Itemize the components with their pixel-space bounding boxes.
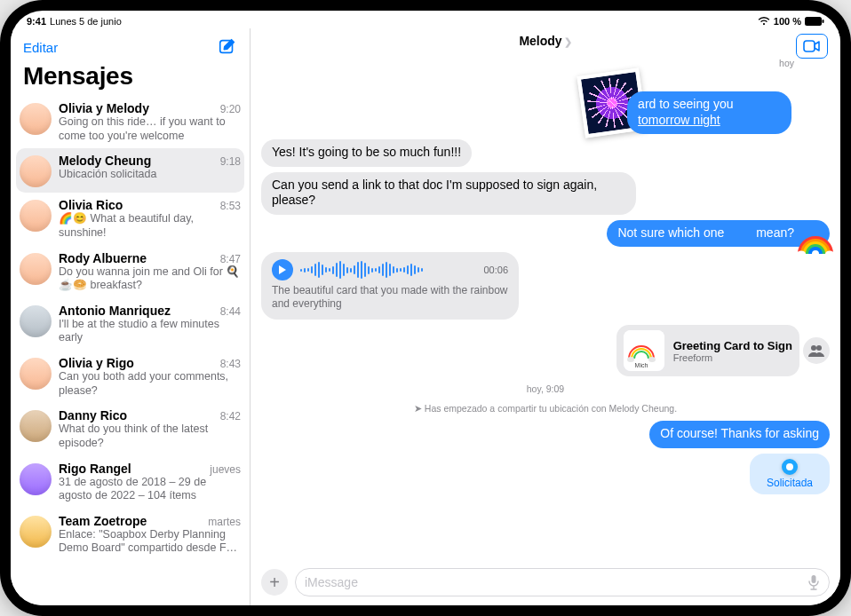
status-time: 9:41 <box>27 16 46 27</box>
chat-title-button[interactable]: Melody❯ <box>519 34 571 48</box>
incoming-message[interactable]: Can you send a link to that doc I'm supp… <box>261 172 636 215</box>
avatar <box>20 253 52 285</box>
conversation-name: Danny Rico <box>59 408 127 423</box>
message-input[interactable]: iMessage <box>295 568 830 596</box>
avatar <box>20 200 52 232</box>
conversation-time: 8:44 <box>217 305 241 318</box>
conversation-view: Melody❯ hoy ard to s <box>251 28 840 605</box>
compose-button[interactable] <box>216 36 239 59</box>
plus-icon: + <box>269 573 280 591</box>
card-thumb-icon: Mich <box>624 330 664 371</box>
svg-point-8 <box>648 357 656 362</box>
conversation-preview: 🌈😊 What a beautiful day, sunshine! <box>59 212 241 240</box>
conversation-preview: 31 de agosto de 2018 – 29 de agosto de 2… <box>59 476 241 503</box>
audio-transcription: The beautiful card that you made with th… <box>272 284 508 311</box>
audio-message[interactable]: 00:06 The beautiful card that you made w… <box>261 252 519 320</box>
location-request-bubble[interactable]: Solicitada <box>750 454 830 494</box>
message-text: mean? <box>752 225 794 240</box>
avatar <box>20 358 52 390</box>
message-link[interactable]: tomorrow night <box>638 113 720 127</box>
message-text: ard to seeing you <box>638 97 733 111</box>
conversation-preview: What do you think of the latest episode? <box>59 423 241 450</box>
location-dot-icon <box>782 459 798 475</box>
conversation-sidebar: Editar Mensajes Olivia y Melody9:20 Goin… <box>11 28 251 605</box>
message-text: Can you send a link to that doc I'm supp… <box>272 178 597 208</box>
apps-button[interactable]: + <box>261 569 288 596</box>
audio-duration: 00:06 <box>483 265 508 275</box>
svg-point-4 <box>797 251 806 257</box>
video-icon <box>803 40 821 52</box>
collaboration-button[interactable] <box>803 337 830 364</box>
compose-icon <box>218 37 237 57</box>
outgoing-message[interactable]: Of course! Thanks for asking <box>649 421 830 448</box>
chat-header: Melody❯ <box>251 28 840 54</box>
chat-title-text: Melody <box>519 34 561 48</box>
conversation-name: Team Zoetrope <box>59 514 147 528</box>
outgoing-message[interactable]: Not sure which one mean? <box>607 220 830 248</box>
svg-point-7 <box>627 357 634 362</box>
conversation-item[interactable]: Olivia y Rigo8:43 Can you both add your … <box>11 351 250 403</box>
system-location-notice: ➤ Has empezado a compartir tu ubicación … <box>414 401 677 415</box>
audio-waveform[interactable] <box>300 260 476 280</box>
avatar <box>20 103 52 135</box>
ipad-frame: 9:41 Lunes 5 de junio 100 % ••• Editar <box>0 0 851 616</box>
people-icon <box>808 344 824 357</box>
conversation-preview: Going on this ride… if you want to come … <box>59 115 241 143</box>
chevron-right-icon: ❯ <box>564 36 572 47</box>
conversation-time: 8:43 <box>217 358 241 370</box>
edit-button[interactable]: Editar <box>23 40 58 55</box>
location-request-label: Solicitada <box>767 477 813 489</box>
message-composer: + iMessage <box>251 563 840 605</box>
conversation-preview: Do you wanna join me and Oli for 🍳☕🥯 bre… <box>59 265 241 293</box>
system-text: Has empezado a compartir tu ubicación co… <box>425 403 677 414</box>
svg-point-10 <box>811 345 816 351</box>
status-bar: 9:41 Lunes 5 de junio 100 % <box>11 11 840 28</box>
conversation-time: 8:53 <box>217 200 241 212</box>
microphone-icon <box>807 574 820 590</box>
sidebar-title: Mensajes <box>11 60 250 96</box>
svg-text:Mich: Mich <box>634 362 648 368</box>
conversation-item[interactable]: Rigo Rangeljueves 31 de agosto de 2018 –… <box>11 456 250 509</box>
conversation-item[interactable]: Olivia Rico8:53 🌈😊 What a beautiful day,… <box>11 193 250 245</box>
system-timestamp: hoy, 9:09 <box>527 382 564 396</box>
message-list[interactable]: hoy ard to seeing you tomorrow night Yes… <box>251 54 840 563</box>
rainbow-sticker[interactable] <box>796 227 835 259</box>
conversation-item-selected[interactable]: Melody Cheung9:18 Ubicación solicitada <box>16 148 244 193</box>
svg-rect-3 <box>804 41 815 51</box>
shared-document[interactable]: Mich Greeting Card to Sign Freeform <box>616 325 799 376</box>
outgoing-message[interactable]: ard to seeing you tomorrow night <box>627 91 791 134</box>
conversation-preview: Ubicación solicitada <box>59 168 241 182</box>
conversation-name: Olivia y Melody <box>59 101 149 115</box>
message-text: Of course! Thanks for asking <box>660 426 819 440</box>
svg-point-11 <box>816 345 822 351</box>
incoming-message[interactable]: Yes! It's going to be so much fun!!! <box>261 139 472 167</box>
conversation-preview: Enlace: "Soapbox Derby Planning Demo Boa… <box>59 528 241 556</box>
conversation-time: jueves <box>206 463 241 476</box>
play-button[interactable] <box>272 259 293 280</box>
conversation-preview: Can you both add your comments, please? <box>59 370 241 398</box>
wifi-icon <box>758 17 770 26</box>
conversation-time: 9:18 <box>217 155 241 168</box>
svg-rect-0 <box>805 17 822 26</box>
conversation-time: martes <box>204 516 241 528</box>
avatar <box>20 463 52 495</box>
conversation-list[interactable]: Olivia y Melody9:20 Going on this ride… … <box>11 96 250 605</box>
message-text: Not sure which one <box>617 225 724 240</box>
conversation-item[interactable]: Olivia y Melody9:20 Going on this ride… … <box>11 96 250 148</box>
screen: 9:41 Lunes 5 de junio 100 % ••• Editar <box>11 11 840 605</box>
conversation-item[interactable]: Rody Albuerne8:47 Do you wanna join me a… <box>11 246 250 298</box>
battery-percent: 100 % <box>774 16 801 27</box>
svg-point-5 <box>825 251 834 257</box>
input-placeholder: iMessage <box>305 575 358 589</box>
conversation-preview: I'll be at the studio a few minutes earl… <box>59 318 241 345</box>
conversation-time: 8:47 <box>217 253 241 265</box>
battery-icon <box>805 17 824 26</box>
document-app: Freeform <box>673 352 792 363</box>
conversation-item[interactable]: Antonio Manriquez8:44 I'll be at the stu… <box>11 298 250 351</box>
dictation-button[interactable] <box>807 574 820 590</box>
conversation-item[interactable]: Team Zoetropemartes Enlace: "Soapbox Der… <box>11 509 250 561</box>
svg-rect-1 <box>823 20 824 23</box>
device-bezel: 9:41 Lunes 5 de junio 100 % ••• Editar <box>0 0 851 616</box>
location-arrow-icon: ➤ <box>414 403 425 414</box>
conversation-item[interactable]: Danny Rico8:42 What do you think of the … <box>11 403 250 455</box>
